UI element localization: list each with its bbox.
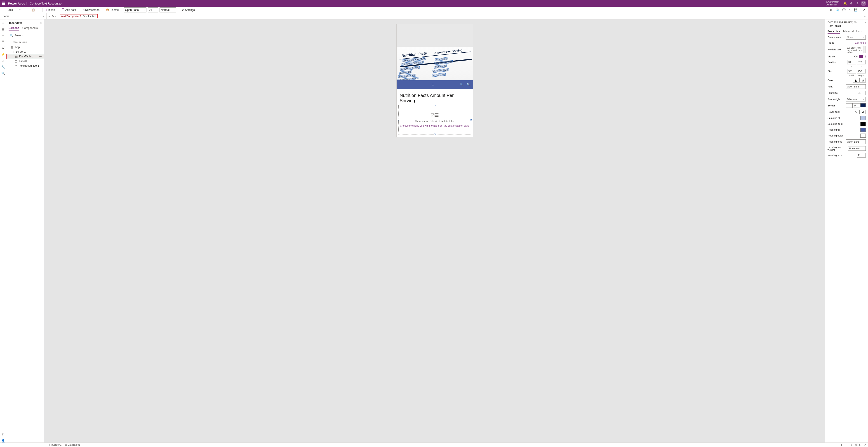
prop-border-color-swatch[interactable] — [860, 103, 866, 107]
prop-fontsize-input[interactable]: 21 — [857, 91, 866, 95]
tree-node-datatable[interactable]: ▦DataTable1 ⋯ — [6, 54, 44, 59]
font-weight-dropdown[interactable]: Normal⌄ — [159, 7, 176, 12]
zoom-out-icon[interactable]: 🔍 — [460, 83, 463, 86]
search-icon[interactable]: 🔍 — [1, 71, 5, 75]
prop-font-dropdown[interactable]: Open Sans⌄ — [846, 84, 866, 89]
media-icon[interactable]: 🖼 — [1, 46, 5, 50]
prop-hovercolor-font-button[interactable]: A — [852, 109, 859, 114]
tree-node-textrecognizer[interactable]: ✦TextRecognizer1 — [6, 64, 44, 68]
save-icon[interactable]: 💾 — [853, 7, 858, 12]
prop-position-x-sublabel: X — [847, 65, 856, 68]
prop-color-fill-button[interactable]: ◢ — [860, 78, 866, 83]
prop-color-font-button[interactable]: A — [852, 78, 859, 83]
fit-to-window-icon[interactable]: ⤢ — [864, 443, 866, 446]
tab-ideas[interactable]: Ideas — [856, 29, 862, 34]
prop-position-y-input[interactable]: 876 — [857, 60, 866, 64]
prop-headingcolor-swatch[interactable] — [860, 133, 866, 138]
prop-fontweight-dropdown[interactable]: B Normal⌄ — [846, 97, 866, 101]
theme-button[interactable]: 🎨Theme⌄ — [105, 7, 122, 12]
tab-components[interactable]: Components — [22, 26, 38, 31]
tree-new-screen-button[interactable]: ＋ New screen ⌄ — [6, 39, 44, 45]
environment-picker[interactable]: Environment AI Builder — [827, 1, 839, 6]
datatable-empty-message: There are no fields in this data table — [415, 120, 455, 123]
share-icon[interactable]: 🖼 — [829, 7, 833, 12]
add-data-button[interactable]: 🗄Add data⌄ — [60, 7, 80, 12]
tree-view-icon[interactable]: ▤ — [1, 27, 5, 31]
comments-icon[interactable]: 💬 — [841, 7, 846, 12]
breadcrumb-screen[interactable]: ▢ Screen1 — [49, 443, 61, 446]
prop-hovercolor-fill-button[interactable]: ◢ — [860, 109, 866, 114]
paste-button[interactable]: 📋 — [31, 7, 36, 12]
prop-selectedfill-swatch[interactable] — [860, 116, 866, 120]
close-tree-icon[interactable]: ✕ — [39, 22, 42, 25]
tab-properties[interactable]: Properties — [828, 29, 840, 34]
zoom-in-icon[interactable]: 🔍 — [466, 83, 470, 86]
insert-button[interactable]: +Insert⌄ — [44, 7, 59, 12]
prop-nodatatext-input[interactable]: We didn't find any data to show at this — [846, 46, 866, 53]
prop-headingsize-input[interactable]: 21 — [857, 153, 866, 158]
expand-props-icon[interactable]: › — [865, 21, 866, 24]
advanced-tools-icon[interactable]: 🔧 — [1, 65, 5, 69]
avatar[interactable]: DB — [861, 1, 866, 6]
font-size-input[interactable]: 21 — [148, 7, 158, 12]
text-recognizer-image[interactable]: Nutrition Facts Amount Per Serving Servi… — [397, 47, 473, 80]
tree-node-screen1[interactable]: ⌄▢Screen1 — [6, 50, 44, 54]
breadcrumb-control[interactable]: ▦ DataTable1 — [65, 443, 80, 446]
zoom-slider[interactable] — [833, 445, 846, 445]
prop-width-input[interactable]: 591 — [847, 69, 856, 73]
app-screen[interactable]: Nutrition Facts Amount Per Serving Servi… — [396, 24, 473, 137]
upload-icon[interactable]: ↥ — [432, 83, 434, 86]
prop-selectedcolor-swatch[interactable] — [860, 122, 866, 126]
prop-datasource-dropdown[interactable]: None⌄ — [846, 35, 866, 39]
info-icon[interactable]: ⓘ — [854, 21, 857, 24]
canvas[interactable]: Nutrition Facts Amount Per Serving Servi… — [44, 20, 825, 443]
prop-border-style-dropdown[interactable]: —⌄ — [846, 103, 852, 108]
waffle-icon[interactable] — [2, 2, 5, 5]
power-automate-icon[interactable]: ⚡ — [1, 53, 5, 56]
tree-node-more-icon[interactable]: ⋯ — [39, 55, 42, 58]
undo-button[interactable]: ↶ — [18, 7, 22, 12]
prop-visible-toggle[interactable] — [859, 55, 866, 58]
back-button[interactable]: ←Back — [2, 7, 14, 12]
data-icon[interactable]: 🗄 — [1, 40, 5, 43]
tab-advanced[interactable]: Advanced — [842, 29, 854, 34]
preview-icon[interactable]: ▷ — [848, 7, 852, 12]
publish-icon[interactable]: ↗ — [862, 7, 866, 12]
prop-headingfontweight-dropdown[interactable]: B Normal⌄ — [848, 146, 866, 151]
property-dropdown[interactable]: Items⌄ — [0, 13, 46, 20]
fx-label[interactable]: fx⌄ — [52, 15, 58, 18]
tab-screens[interactable]: Screens — [8, 26, 19, 31]
tree-node-label1[interactable]: ◫Label1 — [6, 59, 44, 64]
prop-fontweight-label: Font weight — [828, 98, 840, 101]
prop-height-input[interactable]: 250 — [857, 69, 866, 73]
edit-fields-link[interactable]: Edit fields — [855, 41, 866, 44]
zoom-out-button[interactable]: − — [828, 444, 829, 446]
new-screen-button[interactable]: ⎘New screen⌄ — [81, 7, 103, 12]
prop-headingfont-dropdown[interactable]: Open Sans⌄ — [846, 139, 866, 144]
notifications-icon[interactable]: 🔔 — [842, 2, 848, 5]
settings-icon[interactable]: ⚙ — [848, 2, 855, 5]
overflow-button[interactable]: ⋯ — [197, 7, 202, 12]
tree-node-app[interactable]: ▦App — [6, 45, 44, 50]
variables-icon[interactable]: 𝓍 — [1, 59, 5, 62]
prop-border-width-input[interactable]: 0 — [853, 103, 860, 108]
label-control[interactable]: Nutrition Facts Amount Per Serving — [397, 89, 473, 105]
ask-virtual-agent-icon[interactable]: 👤 — [1, 439, 5, 443]
prop-position-x-input[interactable]: 31 — [847, 60, 856, 64]
datatable-control[interactable]: ☑☰ There are no fields in this data tabl… — [398, 105, 471, 134]
expand-formula-icon[interactable]: ⌄ — [862, 15, 868, 18]
undo-chevron[interactable]: ⌄ — [24, 7, 27, 12]
insert-icon[interactable]: ＋ — [1, 33, 5, 37]
settings-button[interactable]: ⚙Settings — [180, 7, 196, 12]
help-icon[interactable]: ? — [855, 2, 861, 5]
tree-search-input[interactable]: 🔍 Search — [8, 33, 42, 38]
zoom-in-button[interactable]: + — [850, 444, 852, 446]
paste-chevron[interactable]: ⌄ — [37, 7, 41, 12]
checker-icon[interactable]: 🩺 — [835, 7, 840, 12]
hamburger-icon[interactable]: ≡ — [1, 21, 5, 24]
prop-headingfill-swatch[interactable] — [860, 128, 866, 132]
environment-name: AI Builder — [827, 3, 839, 6]
font-dropdown[interactable]: Open Sans⌄ — [124, 7, 147, 12]
settings-rail-icon[interactable]: ⚙ — [1, 433, 5, 436]
formula-input[interactable]: TextRecognizer1.Results.Text — [58, 15, 862, 18]
